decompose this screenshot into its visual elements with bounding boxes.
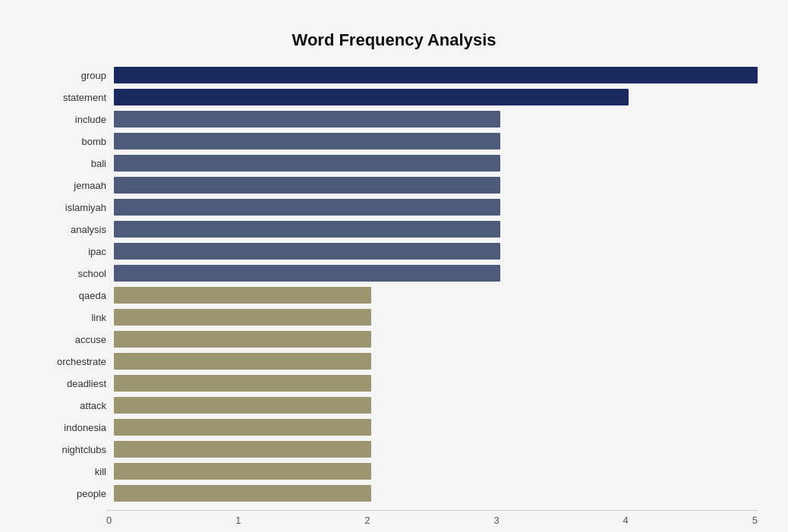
bar-row: nightclubs — [38, 439, 758, 459]
bar-fill — [114, 463, 371, 480]
bar-track — [114, 177, 758, 194]
bar-fill — [114, 265, 500, 282]
bar-fill — [114, 111, 500, 127]
bar-row: people — [38, 483, 758, 503]
bar-fill — [114, 375, 371, 392]
bar-track — [114, 133, 758, 150]
bar-row: qaeda — [38, 285, 758, 305]
bar-track — [114, 287, 758, 304]
bar-track — [114, 441, 758, 458]
bar-row: deadliest — [38, 373, 758, 393]
bar-fill — [114, 287, 371, 304]
axis-tick: 2 — [364, 515, 370, 526]
bar-row: bali — [38, 153, 758, 173]
bar-fill — [114, 309, 371, 326]
bar-row: include — [38, 109, 758, 129]
bar-track — [114, 419, 758, 436]
bar-label: include — [38, 114, 114, 125]
bar-fill — [114, 353, 371, 370]
bar-track — [114, 199, 758, 216]
bar-fill — [114, 485, 371, 502]
bar-track — [114, 89, 758, 105]
bar-fill — [114, 155, 500, 172]
bar-track — [114, 485, 758, 502]
bar-track — [114, 221, 758, 238]
bar-label: accuse — [38, 334, 114, 345]
bar-track — [114, 353, 758, 370]
chart-area: groupstatementincludebombbalijemaahislam… — [30, 65, 758, 505]
bar-label: people — [38, 488, 114, 499]
bar-fill — [114, 331, 371, 348]
axis-tick: 0 — [106, 515, 112, 526]
bar-fill — [114, 133, 500, 150]
bar-row: kill — [38, 461, 758, 481]
bar-row: link — [38, 307, 758, 327]
bar-fill — [114, 221, 500, 238]
bar-label: ipac — [38, 246, 114, 257]
bar-row: group — [38, 65, 758, 85]
bar-label: indonesia — [38, 422, 114, 433]
bar-label: statement — [38, 92, 114, 103]
chart-title: Word Frequency Analysis — [30, 30, 758, 50]
bar-label: jemaah — [38, 180, 114, 191]
axis-tick: 4 — [623, 515, 629, 526]
bar-track — [114, 243, 758, 260]
bar-row: islamiyah — [38, 197, 758, 217]
axis-ticks: 012345 — [106, 510, 758, 526]
bar-label: kill — [38, 466, 114, 477]
bar-track — [114, 155, 758, 172]
bar-track — [114, 111, 758, 127]
bar-track — [114, 265, 758, 282]
bar-label: bali — [38, 158, 114, 169]
bar-label: qaeda — [38, 290, 114, 301]
bar-label: orchestrate — [38, 356, 114, 367]
bar-label: nightclubs — [38, 444, 114, 455]
bar-fill — [114, 441, 371, 458]
axis-tick: 3 — [493, 515, 499, 526]
bar-track — [114, 463, 758, 480]
bar-fill — [114, 397, 371, 414]
bar-label: islamiyah — [38, 202, 114, 213]
axis-area: 012345 — [30, 510, 758, 526]
bar-fill — [114, 243, 500, 260]
bar-row: accuse — [38, 329, 758, 349]
bar-label: attack — [38, 400, 114, 411]
bar-label: group — [38, 70, 114, 81]
bar-fill — [114, 89, 629, 105]
bar-fill — [114, 67, 758, 83]
bar-row: bomb — [38, 131, 758, 151]
bar-track — [114, 397, 758, 414]
bar-label: school — [38, 268, 114, 279]
bar-fill — [114, 199, 500, 216]
bar-label: analysis — [38, 224, 114, 235]
chart-container: Word Frequency Analysis groupstatementin… — [15, 15, 773, 532]
bar-row: jemaah — [38, 175, 758, 195]
axis-tick: 5 — [752, 515, 758, 526]
bar-row: indonesia — [38, 417, 758, 437]
bar-track — [114, 375, 758, 392]
bar-fill — [114, 177, 500, 194]
bar-track — [114, 331, 758, 348]
bar-label: link — [38, 312, 114, 323]
bar-row: statement — [38, 87, 758, 107]
bar-row: orchestrate — [38, 351, 758, 371]
bar-row: analysis — [38, 219, 758, 239]
bar-row: attack — [38, 395, 758, 415]
bar-row: school — [38, 263, 758, 283]
bar-track — [114, 309, 758, 326]
bar-fill — [114, 419, 371, 436]
axis-tick: 1 — [235, 515, 241, 526]
bar-track — [114, 67, 758, 83]
bar-label: deadliest — [38, 378, 114, 389]
bar-label: bomb — [38, 136, 114, 147]
bar-row: ipac — [38, 241, 758, 261]
